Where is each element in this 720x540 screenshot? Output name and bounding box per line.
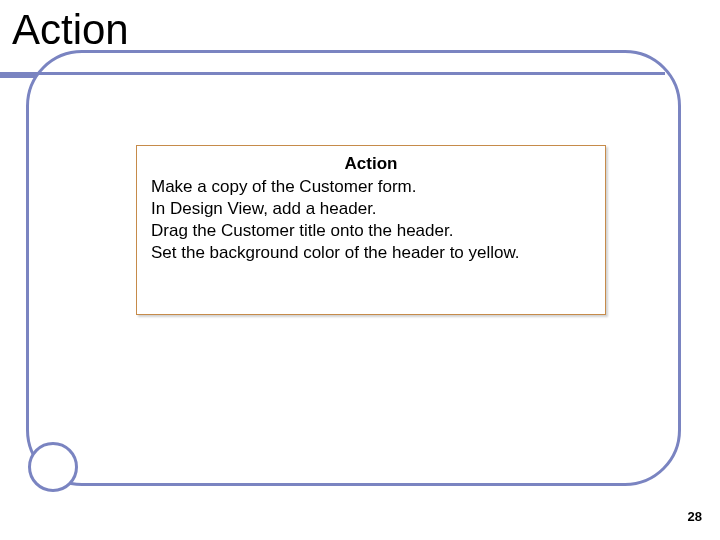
title-underline — [5, 72, 665, 75]
page-number: 28 — [688, 509, 702, 524]
action-line: Make a copy of the Customer form. — [151, 176, 591, 198]
action-box-heading: Action — [151, 154, 591, 174]
slide-title: Action — [12, 6, 129, 54]
corner-circle-icon — [28, 442, 78, 492]
action-line: Set the background color of the header t… — [151, 242, 591, 264]
slide: Action Action Make a copy of the Custome… — [0, 0, 720, 540]
action-box: Action Make a copy of the Customer form.… — [136, 145, 606, 315]
action-line: Drag the Customer title onto the header. — [151, 220, 591, 242]
action-line: In Design View, add a header. — [151, 198, 591, 220]
